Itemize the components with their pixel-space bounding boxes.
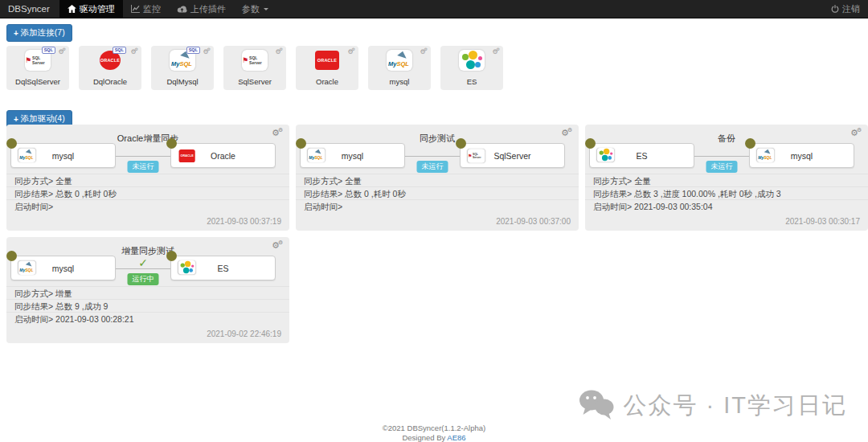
status-badge: 未运行 <box>128 161 159 173</box>
brand-link[interactable]: DBSyncer <box>0 0 59 18</box>
mysql-logo: MySQL <box>387 50 412 71</box>
nav-item-label: 驱动管理 <box>80 3 115 15</box>
connection-card-DqlOracle[interactable]: ⚙⚙ORACLESQLDqlOracle <box>79 46 141 90</box>
source-node[interactable]: MySQLmysql <box>300 143 405 168</box>
meta-row-1: 同步结果> 总数 0 ,耗时 0秒 <box>6 186 289 199</box>
nav-item-0[interactable]: 驱动管理 <box>59 0 123 18</box>
meta-row-0: 同步方式> 全量 <box>296 174 579 186</box>
meta-row-0: 同步方式> 全量 <box>585 174 868 186</box>
target-node[interactable]: ORACLEOracle <box>170 143 276 168</box>
dbsyncer-app: DBSyncer 驱动管理监控上传插件参数 注销 + 添加连接(7) ⚙⚙⚑SQ… <box>0 0 868 442</box>
nav-item-2[interactable]: 上传插件 <box>169 0 234 18</box>
target-node[interactable]: MySQLmysql <box>749 143 854 168</box>
power-icon <box>831 5 839 13</box>
connection-name: DqlSqlServer <box>6 77 69 86</box>
source-name: mysql <box>11 144 115 167</box>
driver-card-3[interactable]: ⚙⚙增量同步测试MySQLmysqlES✓运行中同步方式> 增量同步结果> 总数… <box>6 237 289 343</box>
driver-card-0[interactable]: ⚙⚙Oracle增量同步MySQLmysqlORACLEOracle未运行同步方… <box>6 125 289 231</box>
status-badge: 未运行 <box>706 161 738 173</box>
settings-gears-icon[interactable]: ⚙⚙ <box>130 47 138 55</box>
home-icon <box>68 5 76 13</box>
connection-card-ES[interactable]: ⚙⚙ES <box>440 46 503 90</box>
connector-line <box>405 156 460 157</box>
target-name: ES <box>171 256 275 280</box>
connection-name: ES <box>440 77 503 86</box>
nav-item-3[interactable]: 参数 <box>234 0 277 18</box>
connection-card-Oracle[interactable]: ⚙⚙ORACLEOracle <box>296 46 358 90</box>
nav-item-label: 参数 <box>242 3 260 15</box>
connection-card-DqlSqlServer[interactable]: ⚙⚙⚑SQL ServerSQLDqlSqlServer <box>6 46 69 90</box>
sqlserver-logo: ⚑SQL ServerSQL <box>25 50 51 71</box>
plus-icon: + <box>14 29 18 38</box>
oracle-logo: ORACLE <box>314 50 340 71</box>
connection-card-DqlMysql[interactable]: ⚙⚙MySQLSQLDqlMysql <box>151 46 214 90</box>
meta-row-0: 同步方式> 全量 <box>6 174 289 186</box>
wechat-icon <box>578 388 615 424</box>
connection-name: DqlMysql <box>151 77 214 86</box>
nav-item-1[interactable]: 监控 <box>123 0 169 18</box>
connection-name: Oracle <box>296 77 358 86</box>
logout-label: 注销 <box>842 3 860 15</box>
status-badge: 运行中 <box>128 273 159 285</box>
nav-items: 驱动管理监控上传插件参数 <box>59 0 277 18</box>
connection-name: DqlOracle <box>79 77 141 86</box>
source-node[interactable]: MySQLmysql <box>10 256 116 280</box>
upload-icon <box>177 5 187 13</box>
sql-dialect-badge: SQL <box>186 47 200 54</box>
update-timestamp: 2021-09-03 00:37:00 <box>496 217 571 226</box>
mysql-logo: MySQLSQL <box>170 50 195 71</box>
target-name: mysql <box>750 144 854 167</box>
designed-by-line: Designed By AE86 <box>0 433 868 442</box>
meta-row-2: 启动时间> 2021-09-03 00:35:04 <box>585 199 868 212</box>
settings-gears-icon[interactable]: ⚙⚙ <box>492 47 500 55</box>
connection-name: SqlServer <box>223 77 286 86</box>
update-timestamp: 2021-09-03 00:37:19 <box>207 217 281 226</box>
settings-gears-icon[interactable]: ⚙⚙ <box>58 47 66 55</box>
source-node[interactable]: ES <box>589 143 694 168</box>
meta-row-2: 启动时间> 2021-09-03 00:28:21 <box>6 312 289 325</box>
sql-dialect-badge: SQL <box>113 47 126 54</box>
meta-row-1: 同步结果> 总数 0 ,耗时 0秒 <box>296 186 579 199</box>
chart-icon <box>131 5 140 13</box>
watermark: 公众号 · IT学习日记 <box>578 388 847 424</box>
plus-icon: + <box>14 115 18 124</box>
settings-gears-icon[interactable]: ⚙⚙ <box>203 47 211 55</box>
target-node[interactable]: ⚑SQL ServerSqlServer <box>460 143 565 168</box>
settings-gears-icon[interactable]: ⚙⚙ <box>275 47 283 55</box>
es-logo <box>459 50 485 71</box>
settings-gears-icon[interactable]: ⚙⚙ <box>347 47 355 55</box>
nav-right: 注销 <box>823 0 868 18</box>
navbar: DBSyncer 驱动管理监控上传插件参数 注销 <box>0 0 868 18</box>
nav-item-label: 监控 <box>143 3 161 15</box>
meta-row-0: 同步方式> 增量 <box>6 286 289 299</box>
source-name: mysql <box>11 256 115 280</box>
source-name: mysql <box>301 144 404 167</box>
copyright-text: ©2021 DBSyncer(1.1.2-Alpha) <box>0 424 868 433</box>
logout-button[interactable]: 注销 <box>823 0 868 18</box>
source-name: ES <box>590 144 694 167</box>
meta-row-1: 同步结果> 总数 9 ,成功 9 <box>6 299 289 312</box>
update-timestamp: 2021-09-02 22:46:19 <box>207 329 281 338</box>
status-badge: 未运行 <box>417 161 448 173</box>
connection-card-SqlServer[interactable]: ⚙⚙⚑SQL ServerSqlServer <box>223 46 286 90</box>
footer: ©2021 DBSyncer(1.1.2-Alpha) Designed By … <box>0 424 868 442</box>
settings-gears-icon[interactable]: ⚙⚙ <box>420 47 428 55</box>
oracle-logo: ORACLESQL <box>99 50 121 71</box>
source-node[interactable]: MySQLmysql <box>10 143 116 168</box>
target-node[interactable]: ES <box>170 256 276 280</box>
target-name: SqlServer <box>461 144 564 167</box>
add-connection-label: 添加连接(7) <box>21 27 65 39</box>
caret-down-icon <box>263 6 269 12</box>
add-connection-button[interactable]: + 添加连接(7) <box>6 24 72 42</box>
update-timestamp: 2021-09-03 00:30:17 <box>785 217 860 226</box>
driver-card-1[interactable]: ⚙⚙同步测试MySQLmysql⚑SQL ServerSqlServer未运行同… <box>296 125 579 231</box>
meta-row-2: 启动时间> <box>6 199 289 212</box>
connector-line <box>694 156 749 157</box>
running-check-icon: ✓ <box>138 256 148 269</box>
nav-item-label: 上传插件 <box>190 3 226 15</box>
connection-name: mysql <box>368 77 431 86</box>
author-link[interactable]: AE86 <box>447 433 465 442</box>
driver-card-2[interactable]: ⚙⚙备份ESMySQLmysql未运行同步方式> 全量同步结果> 总数 3 ,进… <box>585 125 868 231</box>
connection-card-mysql[interactable]: ⚙⚙MySQLmysql <box>368 46 431 90</box>
meta-row-1: 同步结果> 总数 3 ,进度 100.00% ,耗时 0秒 ,成功 3 <box>585 186 868 199</box>
